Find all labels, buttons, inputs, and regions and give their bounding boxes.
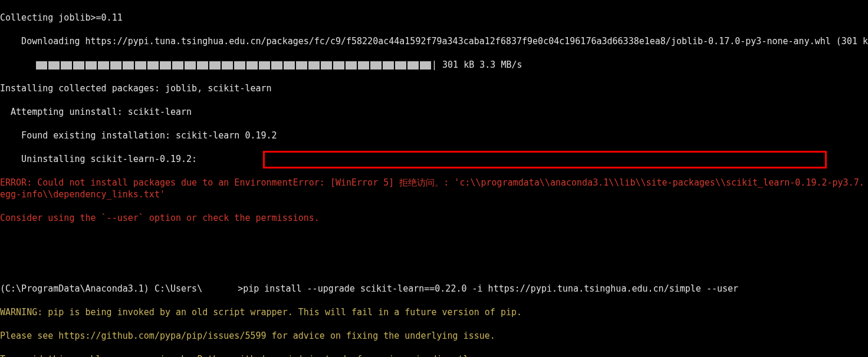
error-line: Consider using the `--user` option or ch… <box>0 212 868 224</box>
output-line: Downloading https://pypi.tuna.tsinghua.e… <box>0 35 868 47</box>
blank-line <box>0 259 868 271</box>
output-line: Attempting uninstall: scikit-learn <box>0 106 868 118</box>
prompt-line[interactable]: (C:\ProgramData\Anaconda3.1) C:\Users\>p… <box>0 283 868 295</box>
warning-line: Please see https://github.com/pypa/pip/i… <box>0 330 868 342</box>
progress-line: | 301 kB 3.3 MB/s <box>0 59 868 71</box>
output-line: Uninstalling scikit-learn-0.19.2: <box>0 153 868 165</box>
error-line: ERROR: Could not install packages due to… <box>0 177 868 200</box>
warning-line: To avoid this problem you can invoke Pyt… <box>0 353 868 357</box>
terminal-output[interactable]: Collecting joblib>=0.11 Downloading http… <box>0 0 868 357</box>
blank-line <box>0 236 868 247</box>
output-line: Installing collected packages: joblib, s… <box>0 82 868 94</box>
output-line: Found existing installation: scikit-lear… <box>0 130 868 141</box>
warning-line: WARNING: pip is being invoked by an old … <box>0 306 868 318</box>
redacted-username <box>202 285 238 293</box>
command-input[interactable]: pip install --upgrade scikit-learn==0.22… <box>243 283 738 294</box>
output-line: Collecting joblib>=0.11 <box>0 12 868 24</box>
